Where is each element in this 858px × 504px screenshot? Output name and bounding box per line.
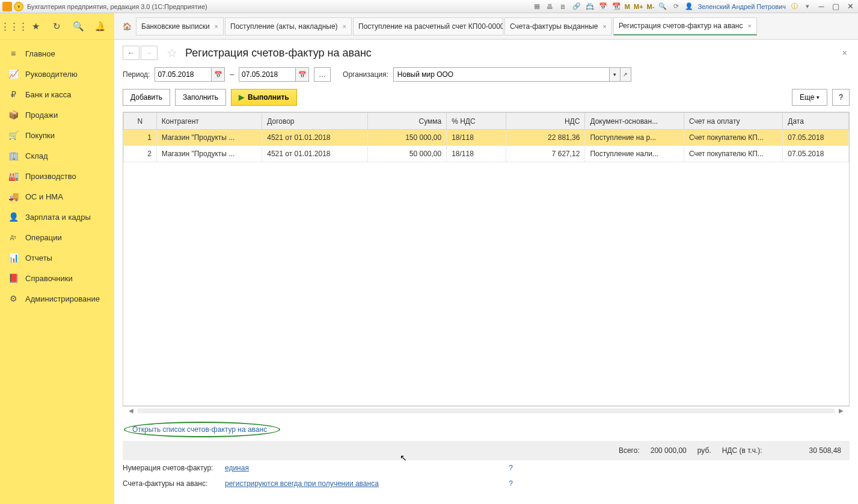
print-icon[interactable]: 🖶 <box>545 2 555 11</box>
apps-icon[interactable]: ⋮⋮⋮ <box>8 20 21 33</box>
dropdown-circle-icon[interactable]: ▾ <box>14 2 23 11</box>
dtkt-icon: Дт <box>7 234 19 240</box>
close-window-button[interactable]: ✕ <box>845 2 856 11</box>
col-invoice[interactable]: Счет на оплату <box>684 113 782 130</box>
search-icon[interactable]: 🔍 <box>72 20 85 33</box>
org-open-button[interactable]: ↗ <box>621 67 631 82</box>
scroll-right-icon[interactable]: ▶ <box>839 407 844 414</box>
advance-help[interactable]: ? <box>509 479 513 488</box>
grid-icon[interactable]: ▦ <box>532 2 542 11</box>
sidebar-label: Покупки <box>25 131 55 140</box>
fill-button[interactable]: Заполнить <box>175 89 226 106</box>
calc-icon[interactable]: 📇 <box>585 2 595 11</box>
org-dropdown-button[interactable]: ▾ <box>610 67 621 82</box>
sidebar-item-admin[interactable]: ⚙Администрирование <box>0 288 114 309</box>
sidebar-item-assets[interactable]: 🚚ОС и НМА <box>0 186 114 207</box>
sidebar-item-operations[interactable]: ДтОперации <box>0 227 114 247</box>
scroll-track[interactable] <box>137 408 835 413</box>
col-date[interactable]: Дата <box>783 113 849 130</box>
sidebar-item-production[interactable]: 🏭Производство <box>0 166 114 186</box>
content-header: ← → ☆ Регистрация счетов-фактур на аванс… <box>114 40 858 62</box>
m-minus-button[interactable]: M- <box>647 3 655 10</box>
sidebar-label: Производство <box>25 172 76 181</box>
history-icon[interactable]: ↻ <box>51 20 64 33</box>
numeration-link[interactable]: единая <box>225 464 249 472</box>
cal2-icon[interactable]: 📆 <box>611 2 621 11</box>
tab-receipts[interactable]: Поступление (акты, накладные)× <box>225 17 352 35</box>
close-page-button[interactable]: × <box>840 46 850 60</box>
col-counterparty[interactable]: Контрагент <box>156 113 262 130</box>
tab-invoices[interactable]: Счета-фактуры выданные× <box>504 17 612 35</box>
close-icon[interactable]: × <box>215 23 218 30</box>
forward-button[interactable]: → <box>141 46 158 60</box>
period-dots-button[interactable]: … <box>314 67 331 82</box>
org-input[interactable] <box>393 67 610 82</box>
refresh-icon[interactable]: ⟳ <box>671 2 681 11</box>
play-icon: ▶ <box>239 93 244 102</box>
tab-receipt-account[interactable]: Поступление на расчетный счет КП00-00000… <box>353 17 503 35</box>
col-contract[interactable]: Договор <box>262 113 367 130</box>
more-label: Еще <box>800 93 814 102</box>
sidebar-item-bank[interactable]: ₽Банк и касса <box>0 84 114 105</box>
window-title: Бухгалтерия предприятия, редакция 3.0 (1… <box>27 3 207 10</box>
scroll-left-icon[interactable]: ◀ <box>129 407 133 414</box>
sidebar-label: Банк и касса <box>25 90 72 99</box>
add-button[interactable]: Добавить <box>123 89 170 106</box>
calendar-from-button[interactable]: 📅 <box>212 67 225 82</box>
favorite-button[interactable]: ☆ <box>165 46 179 60</box>
data-table[interactable]: N Контрагент Договор Сумма % НДС НДС Док… <box>123 112 849 162</box>
close-icon[interactable]: × <box>343 23 346 30</box>
sidebar-item-sales[interactable]: 📦Продажи <box>0 105 114 125</box>
calendar-to-button[interactable]: 📅 <box>296 67 309 82</box>
minimize-button[interactable]: ─ <box>816 2 827 11</box>
m-button[interactable]: M <box>625 3 630 10</box>
col-sum[interactable]: Сумма <box>367 113 447 130</box>
numeration-label: Нумерация счетов-фактур: <box>123 464 219 472</box>
date-from-input[interactable] <box>155 67 212 82</box>
advance-link[interactable]: регистрируются всегда при получении аван… <box>225 479 379 488</box>
calendar-icon[interactable]: 📅 <box>598 2 608 11</box>
back-button[interactable]: ← <box>123 46 139 60</box>
annotation-ellipse: Открыть список счетов-фактур на аванс <box>124 422 280 437</box>
user-name[interactable]: Зеленский Андрей Петрович <box>697 3 786 10</box>
star-icon[interactable]: ★ <box>29 20 42 33</box>
execute-button[interactable]: ▶Выполнить <box>231 89 297 106</box>
zoom-icon[interactable]: 🔍 <box>658 2 667 11</box>
col-n[interactable]: N <box>124 113 157 130</box>
link-icon[interactable]: 🔗 <box>572 2 581 11</box>
table-row[interactable]: 1Магазин "Продукты ...4521 от 01.01.2018… <box>124 130 849 146</box>
totals-bar: Всего: 200 000,00 руб. НДС (в т.ч.): 30 … <box>123 441 850 460</box>
tab-label: Банковские выписки <box>141 22 210 31</box>
m-plus-button[interactable]: M+ <box>634 3 643 10</box>
sidebar-item-manager[interactable]: 📈Руководителю <box>0 64 114 84</box>
col-vatrate[interactable]: % НДС <box>447 113 506 130</box>
cell-doc: Поступление нали... <box>585 146 684 162</box>
sidebar-item-salary[interactable]: 👤Зарплата и кадры <box>0 207 114 227</box>
sidebar-item-warehouse[interactable]: 🏢Склад <box>0 145 114 166</box>
maximize-button[interactable]: ▢ <box>830 2 841 11</box>
sidebar-item-main[interactable]: ≡Главное <box>0 43 114 64</box>
table-row[interactable]: 2Магазин "Продукты ...4521 от 01.01.2018… <box>124 146 849 162</box>
help-button[interactable]: ? <box>832 89 850 106</box>
more-button[interactable]: Еще▾ <box>792 89 827 106</box>
info-icon[interactable]: ⓘ <box>789 2 799 11</box>
tab-label: Поступление (акты, накладные) <box>230 22 338 31</box>
close-icon[interactable]: × <box>747 22 751 29</box>
cell-contract: 4521 от 01.01.2018 <box>262 146 367 162</box>
bell-icon[interactable]: 🔔 <box>93 20 106 33</box>
col-vat[interactable]: НДС <box>506 113 585 130</box>
close-icon[interactable]: × <box>602 23 606 30</box>
open-list-link[interactable]: Открыть список счетов-фактур на аванс <box>132 425 267 434</box>
date-to-input[interactable] <box>239 67 296 82</box>
doc-icon[interactable]: 🗎 <box>559 2 568 11</box>
sidebar-item-catalogs[interactable]: 📕Справочники <box>0 268 114 288</box>
sidebar-item-purchases[interactable]: 🛒Покупки <box>0 125 114 145</box>
tab-bank-statements[interactable]: Банковские выписки× <box>136 17 224 35</box>
sidebar-item-reports[interactable]: 📊Отчеты <box>0 247 114 268</box>
numeration-help[interactable]: ? <box>509 464 513 472</box>
horizontal-scrollbar[interactable]: ◀ ▶ <box>123 406 850 414</box>
home-button[interactable]: 🏠 <box>119 19 135 34</box>
col-doc[interactable]: Документ-основан... <box>585 113 684 130</box>
dd-icon[interactable]: ▾ <box>803 2 812 11</box>
tab-register-advance[interactable]: Регистрация счетов-фактур на аванс× <box>613 17 757 35</box>
